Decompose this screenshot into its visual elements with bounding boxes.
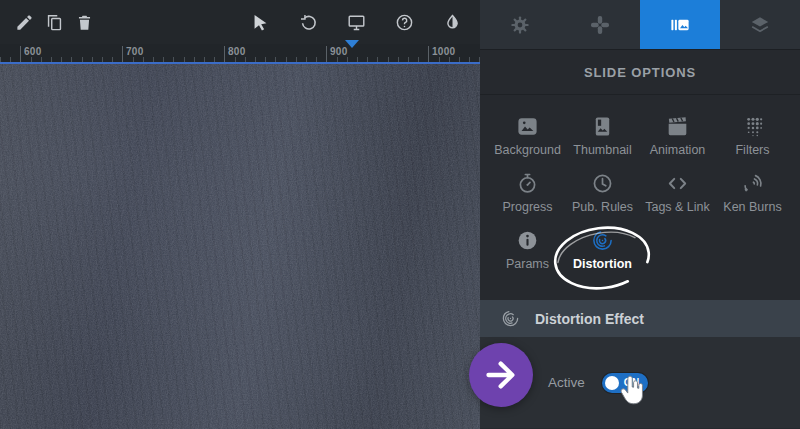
right-arrow-icon (481, 355, 521, 395)
fingerprint-icon (501, 309, 520, 328)
animation-clapper-icon (666, 115, 689, 138)
edit-pencil-icon[interactable] (14, 12, 34, 32)
device-indicator-triangle-icon (345, 40, 359, 48)
ken-burns-motion-icon (741, 172, 764, 195)
option-label: Filters (735, 144, 769, 157)
slide-canvas-chalkboard-image[interactable] (0, 64, 480, 429)
toggle-knob (605, 376, 619, 390)
device-preview-monitor-icon[interactable] (346, 12, 366, 32)
move-cross-icon (589, 14, 611, 36)
publish-rules-clock-icon (591, 172, 614, 195)
ruler-label: 600 (24, 46, 42, 57)
option-label: Ken Burns (723, 201, 781, 214)
option-params[interactable]: Params (490, 229, 565, 286)
undo-icon[interactable] (298, 12, 318, 32)
option-progress[interactable]: Progress (490, 172, 565, 229)
section-title: Distortion Effect (535, 311, 644, 327)
pointer-icon[interactable] (250, 12, 270, 32)
panel-tabs (480, 0, 800, 50)
option-label: Params (506, 258, 549, 271)
option-thumbnail[interactable]: Thumbnail (565, 115, 640, 172)
thumbnail-icon (591, 115, 614, 138)
ruler-label: 800 (228, 46, 246, 57)
ruler-label: 1000 (432, 46, 455, 57)
panel-title: SLIDE OPTIONS (480, 50, 800, 95)
distortion-fingerprint-icon (591, 229, 614, 252)
tags-link-icon (666, 172, 689, 195)
option-distortion[interactable]: Distortion (565, 229, 640, 286)
option-label: Thumbnail (573, 144, 631, 157)
slide-icon (669, 14, 691, 36)
canvas-area: 600 700 800 900 1000 (0, 0, 480, 429)
option-label: Pub. Rules (572, 201, 633, 214)
option-ken-burns[interactable]: Ken Burns (715, 172, 790, 229)
option-tags-link[interactable]: Tags & Link (640, 172, 715, 229)
option-background[interactable]: Background (490, 115, 565, 172)
help-icon[interactable] (394, 12, 414, 32)
toolbar-right-group (250, 12, 462, 32)
option-label: Distortion (573, 258, 632, 271)
option-label: Progress (502, 201, 552, 214)
background-image-icon (516, 115, 539, 138)
tab-slide[interactable] (640, 0, 720, 49)
tab-settings[interactable] (480, 0, 560, 49)
params-info-icon (516, 229, 539, 252)
duplicate-icon[interactable] (44, 12, 64, 32)
option-animation[interactable]: Animation (640, 115, 715, 172)
contrast-icon[interactable] (442, 12, 462, 32)
progress-stopwatch-icon (516, 172, 539, 195)
filters-halftone-icon (741, 115, 764, 138)
ruler-label: 700 (126, 46, 144, 57)
horizontal-ruler: 600 700 800 900 1000 (0, 44, 480, 64)
tab-animations[interactable] (560, 0, 640, 49)
slide-editor-window: 600 700 800 900 1000 (0, 0, 800, 429)
gear-icon (509, 14, 531, 36)
option-pub-rules[interactable]: Pub. Rules (565, 172, 640, 229)
distortion-effect-header: Distortion Effect (480, 300, 800, 337)
tab-layers[interactable] (720, 0, 800, 49)
option-label: Background (494, 144, 561, 157)
option-label: Tags & Link (645, 201, 710, 214)
active-label: Active (548, 375, 585, 390)
ruler-ticks (0, 57, 480, 62)
option-filters[interactable]: Filters (715, 115, 790, 172)
texture-noise (0, 64, 480, 429)
slide-options-grid: Background Thumbnail Animation (480, 95, 800, 300)
layers-icon (749, 14, 771, 36)
toolbar-left-group (14, 12, 94, 32)
delete-trash-icon[interactable] (74, 12, 94, 32)
purple-arrow-annotation (469, 343, 533, 407)
active-toggle[interactable]: ON (602, 373, 648, 393)
canvas-toolbar (0, 0, 480, 44)
toggle-state: ON (624, 373, 640, 393)
option-label: Animation (650, 144, 706, 157)
